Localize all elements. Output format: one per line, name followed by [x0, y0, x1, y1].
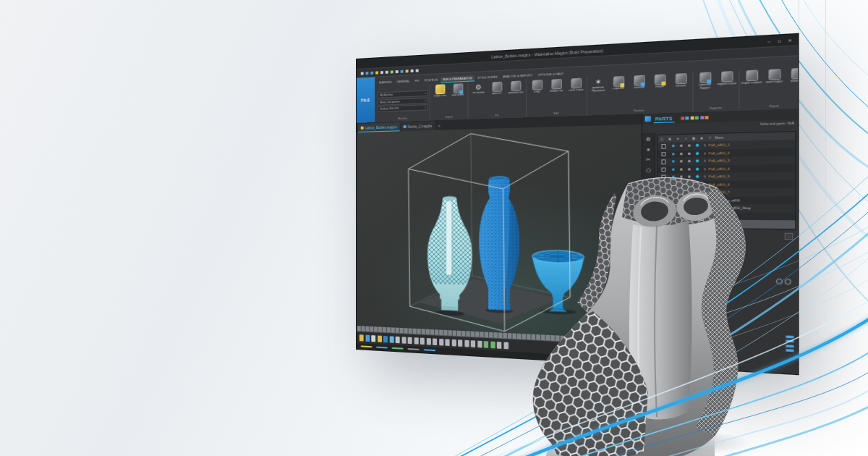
ribbon-button[interactable]: Rotate — [650, 74, 670, 89]
view-tool-icon[interactable] — [445, 339, 449, 346]
row-checkbox[interactable] — [661, 159, 666, 164]
panel-action-icon[interactable] — [695, 116, 699, 119]
quick-access-icon[interactable] — [391, 70, 393, 73]
ribbon-button[interactable]: Automatic Placement — [589, 77, 607, 93]
color-dot[interactable] — [688, 145, 691, 147]
column-header-icon[interactable]: ◑ — [681, 137, 689, 140]
view-tool-icon[interactable] — [420, 337, 425, 345]
column-header-icon[interactable]: ● — [673, 137, 681, 140]
quick-access-icon[interactable] — [375, 71, 378, 74]
ribbon-button[interactable]: Fix Wizard — [470, 83, 487, 96]
ribbon-button[interactable]: Export Platform — [741, 69, 762, 85]
shade-dot[interactable] — [680, 160, 683, 162]
file-button[interactable]: FILE — [357, 77, 375, 123]
side-tool-icon[interactable]: ✂ — [646, 156, 651, 163]
ribbon-button[interactable]: New Scene — [450, 83, 467, 98]
column-header-name[interactable]: Name — [714, 134, 795, 139]
ribbon-button[interactable]: Duplicate — [609, 76, 628, 91]
view-tool-icon[interactable] — [439, 338, 443, 345]
ribbon-button[interactable]: Hollow Part — [548, 79, 566, 93]
window-control-button[interactable]: □ — [775, 38, 784, 43]
panel-action-icon[interactable] — [681, 117, 684, 120]
ribbon-button[interactable]: Import Part — [432, 84, 448, 98]
view-tool-icon[interactable] — [471, 340, 475, 347]
ribbon-button[interactable]: Rescale — [671, 73, 691, 88]
view-tool-icon[interactable] — [490, 341, 495, 348]
lattice-diamond-icon[interactable] — [695, 159, 699, 163]
quick-access-icon[interactable] — [396, 69, 399, 72]
view-tool-icon[interactable] — [378, 335, 382, 342]
quick-access-icon[interactable] — [401, 69, 404, 72]
color-dot[interactable] — [688, 152, 691, 154]
view-tool-icon[interactable] — [396, 336, 400, 342]
shade-dot[interactable] — [680, 168, 683, 170]
tab-parts[interactable]: PARTS — [654, 114, 675, 123]
row-checkbox[interactable] — [661, 167, 666, 172]
ribbon-button[interactable]: Auto Fix — [488, 82, 506, 96]
quick-access-icon[interactable] — [370, 71, 373, 74]
view-tool-icon[interactable] — [426, 338, 430, 345]
window-control-button[interactable]: – — [765, 38, 773, 44]
visibility-dot[interactable] — [672, 145, 675, 147]
quick-access-icon[interactable] — [411, 69, 414, 72]
ribbon-button[interactable]: Translate — [629, 75, 648, 90]
panel-action-icon[interactable] — [700, 116, 704, 119]
lattice-diamond-icon[interactable] — [695, 167, 699, 171]
ribbon-button[interactable]: Generate Support — [695, 72, 715, 90]
color-dot[interactable] — [688, 168, 691, 170]
visibility-dot[interactable] — [672, 153, 675, 155]
column-header-icon[interactable]: ◉ — [666, 137, 674, 140]
quick-access-icon[interactable] — [361, 72, 364, 75]
view-tool-icon[interactable] — [383, 335, 388, 342]
row-checkbox[interactable] — [661, 144, 666, 148]
view-tool-icon[interactable] — [433, 338, 437, 345]
view-tool-icon[interactable] — [497, 342, 501, 349]
column-header-icon[interactable]: ▢ — [658, 137, 666, 140]
part-name[interactable]: Pull_off#0_4 — [709, 166, 796, 171]
lattice-diamond-icon[interactable] — [695, 151, 699, 155]
orbit-widget-icon[interactable] — [785, 278, 791, 284]
quick-access-icon[interactable] — [416, 69, 419, 72]
part-name[interactable]: Pull_off#0_2 — [709, 150, 796, 156]
panel-action-icon[interactable] — [705, 115, 709, 119]
quick-access-icon[interactable] — [386, 70, 388, 73]
view-tool-icon[interactable] — [477, 340, 482, 347]
ribbon-button[interactable]: Selected Part — [507, 80, 524, 95]
panel-action-icon[interactable] — [686, 116, 689, 119]
machine-selector[interactable]: My Machine — [378, 90, 428, 98]
view-tool-icon[interactable] — [464, 339, 469, 347]
view-tool-icon[interactable] — [371, 335, 375, 342]
visibility-dot[interactable] — [672, 160, 675, 162]
quick-access-icon[interactable] — [366, 72, 369, 75]
part-name[interactable]: Pull_off#0_1 — [709, 141, 796, 147]
side-tool-icon[interactable]: ⚙ — [646, 136, 651, 143]
view-tool-icon[interactable] — [365, 334, 370, 341]
docked-button[interactable] — [786, 339, 794, 342]
view-tool-icon[interactable] — [401, 337, 406, 343]
part-name[interactable]: Pull_off#0_3 — [709, 158, 796, 164]
collapse-panel-button[interactable]: – — [785, 232, 793, 240]
panel-action-icon[interactable] — [690, 116, 694, 119]
view-tool-icon[interactable] — [451, 339, 456, 346]
lattice-diamond-icon[interactable] — [695, 144, 699, 148]
ribbon-button[interactable]: Unify — [528, 80, 545, 94]
view-tool-icon[interactable] — [389, 336, 393, 342]
ribbon-button[interactable]: Support Scene — [717, 71, 737, 87]
ribbon-button[interactable]: Cut or Punch — [567, 77, 585, 92]
ribbon-button[interactable]: Save Project — [764, 69, 785, 85]
window-control-button[interactable]: ✕ — [786, 37, 794, 43]
side-tool-icon[interactable]: ✶ — [646, 146, 651, 153]
view-tool-icon[interactable] — [359, 334, 364, 341]
ribbon-button[interactable]: Send Job — [786, 67, 798, 83]
row-checkbox[interactable] — [661, 152, 666, 156]
docked-button[interactable] — [786, 345, 794, 347]
docked-button[interactable] — [786, 335, 794, 338]
color-dot[interactable] — [688, 160, 691, 162]
column-header-icon[interactable]: ▦ — [690, 136, 698, 140]
view-tool-icon[interactable] — [408, 337, 412, 344]
view-tool-icon[interactable] — [484, 341, 488, 348]
machine-selector[interactable]: Platform 250×250 — [378, 104, 428, 112]
shade-dot[interactable] — [680, 145, 683, 147]
column-header-icon[interactable]: ◆ — [698, 136, 706, 140]
docked-button[interactable] — [786, 349, 794, 352]
